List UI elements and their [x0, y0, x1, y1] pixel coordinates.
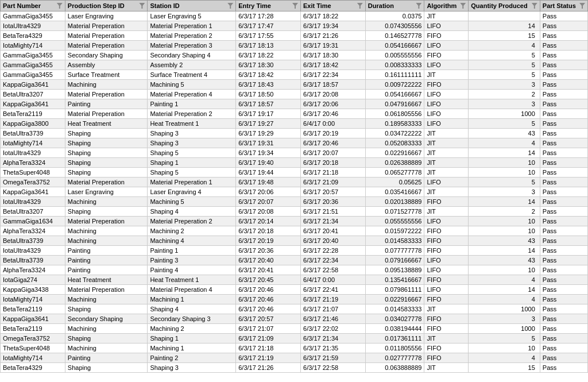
table-row[interactable]: BetaUltra3207Material PreperationMateria… — [1, 90, 588, 99]
table-row[interactable]: IotaMighty714Material PreperationMateria… — [1, 41, 588, 51]
table-row[interactable]: IotaMighty714ShapingShaping 36/3/17 19:3… — [1, 138, 588, 148]
filter-icon[interactable] — [532, 3, 537, 9]
cell-station: Machining 5 — [148, 197, 236, 207]
cell-production-step: Shaping — [65, 363, 148, 373]
cell-exit-time: 6/3/17 20:08 — [301, 90, 366, 99]
table-row[interactable]: KappaGiga3641Secondary ShapingSecondary … — [1, 314, 588, 324]
table-row[interactable]: KappaGiga3800Heat TreatmentHeat Treatmen… — [1, 119, 588, 129]
cell-station: Machining 4 — [148, 236, 236, 246]
cell-quantity: 2 — [469, 90, 540, 99]
filter-icon[interactable] — [292, 3, 298, 9]
cell-duration: 0.022916667 — [365, 295, 424, 304]
table-row[interactable]: OmegaTera3752Material PreperationMateria… — [1, 178, 588, 187]
table-row[interactable]: BetaTera4329Material PreperationMaterial… — [1, 31, 588, 41]
cell-station: Assembly 2 — [148, 60, 236, 70]
table-row[interactable]: KappaGiga3641MachiningMachining 56/3/17 … — [1, 80, 588, 90]
cell-entry-time: 6/3/17 21:09 — [236, 334, 301, 344]
table-row[interactable]: IotaMighty714PaintingPainting 26/3/17 21… — [1, 353, 588, 363]
table-row[interactable]: OmegaTera3752ShapingShaping 16/3/17 21:0… — [1, 334, 588, 344]
table-row[interactable]: IotaGiga274Heat TreatmentHeat Treatment … — [1, 275, 588, 285]
column-header-algorithm[interactable]: Algorithm — [424, 1, 469, 11]
table-row[interactable]: BetaTera2119ShapingShaping 46/3/17 20:46… — [1, 304, 588, 314]
cell-production-step: Machining — [65, 80, 148, 90]
table-row[interactable]: KappaGiga3438Material PreperationMateria… — [1, 285, 588, 295]
table-row[interactable]: BetaUltra3739MachiningMachining 46/3/17 … — [1, 236, 588, 246]
table-row[interactable]: IotaUltra4329Material PreperationMateria… — [1, 21, 588, 31]
cell-algorithm: FIFO — [424, 80, 469, 90]
table-row[interactable]: KappaGiga3641Laser EngravingLaser Engrav… — [1, 187, 588, 197]
cell-status: Pass — [540, 207, 587, 217]
cell-status: Pass — [540, 265, 587, 275]
cell-part-number: BetaUltra3739 — [1, 129, 65, 138]
table-row[interactable]: ThetaSuper4048MachiningMachining 16/3/17… — [1, 344, 588, 353]
cell-quantity: 5 — [469, 119, 540, 129]
filter-icon[interactable] — [357, 3, 363, 9]
table-row[interactable]: IotaMighty714MachiningMachining 16/3/17 … — [1, 295, 588, 304]
cell-quantity: 10 — [469, 158, 540, 168]
cell-production-step: Material Preperation — [65, 21, 148, 31]
table-row[interactable]: BetaUltra3207ShapingShaping 46/3/17 20:0… — [1, 207, 588, 217]
cell-duration: 0.065277778 — [365, 168, 424, 178]
cell-production-step: Shaping — [65, 304, 148, 314]
table-row[interactable]: ThetaSuper4048ShapingShaping 56/3/17 19:… — [1, 168, 588, 178]
cell-entry-time: 6/3/17 18:50 — [236, 90, 301, 99]
table-row[interactable]: GammaGiga1634Material PreperationMateria… — [1, 217, 588, 226]
cell-station: Shaping 5 — [148, 168, 236, 178]
cell-algorithm: FIFO — [424, 353, 469, 363]
table-row[interactable]: GammaGiga3455Secondary ShapingSecondary … — [1, 51, 588, 60]
table-row[interactable]: BetaUltra3739ShapingShaping 36/3/17 19:2… — [1, 129, 588, 138]
table-row[interactable]: KappaGiga3641PaintingPainting 16/3/17 18… — [1, 99, 588, 109]
table-row[interactable]: GammaGiga3455Laser EngravingLaser Engrav… — [1, 11, 588, 21]
column-header-duration[interactable]: Duration — [365, 1, 424, 11]
cell-part-number: IotaMighty714 — [1, 41, 65, 51]
filter-icon[interactable] — [139, 3, 145, 9]
table-row[interactable]: BetaUltra3739PaintingPainting 36/3/17 20… — [1, 256, 588, 265]
filter-icon[interactable] — [57, 3, 63, 9]
column-header-station[interactable]: Station ID — [148, 1, 236, 11]
cell-algorithm: LIFO — [424, 99, 469, 109]
cell-quantity — [469, 11, 540, 21]
filter-icon[interactable] — [460, 3, 466, 9]
table-row[interactable]: IotaUltra4329MachiningMachining 56/3/17 … — [1, 197, 588, 207]
table-row[interactable]: IotaUltra4329ShapingShaping 56/3/17 19:3… — [1, 148, 588, 158]
cell-exit-time: 6/3/17 21:59 — [301, 353, 366, 363]
column-header-entry-time[interactable]: Entry Time — [236, 1, 301, 11]
cell-exit-time: 6/3/17 20:18 — [301, 158, 366, 168]
cell-exit-time: 6/3/17 20:46 — [301, 109, 366, 119]
cell-part-number: BetaUltra3739 — [1, 236, 65, 246]
cell-station: Heat Treatment 1 — [148, 275, 236, 285]
column-header-production-step[interactable]: Production Step ID — [65, 1, 148, 11]
cell-exit-time: 6/3/17 22:41 — [301, 285, 366, 295]
table-row[interactable]: BetaTera2119Material PreperationMaterial… — [1, 109, 588, 119]
cell-entry-time: 6/3/17 20:19 — [236, 236, 301, 246]
table-row[interactable]: BetaTera2119MachiningMachining 26/3/17 2… — [1, 324, 588, 334]
table-row[interactable]: AlphaTera3324PaintingPainting 46/3/17 20… — [1, 265, 588, 275]
cell-part-number: BetaUltra3207 — [1, 207, 65, 217]
table-row[interactable]: IotaUltra4329PaintingPainting 16/3/17 20… — [1, 246, 588, 256]
cell-status: Pass — [540, 109, 587, 119]
cell-station: Painting 3 — [148, 256, 236, 265]
filter-icon[interactable] — [227, 3, 233, 9]
column-header-part-number[interactable]: Part Number — [1, 1, 65, 11]
cell-entry-time: 6/3/17 18:13 — [236, 41, 301, 51]
cell-entry-time: 6/3/17 20:18 — [236, 226, 301, 236]
table-row[interactable]: GammaGiga3455AssemblyAssembly 26/3/17 18… — [1, 60, 588, 70]
table-row[interactable]: AlphaTera3324MachiningMachining 26/3/17 … — [1, 226, 588, 236]
filter-icon[interactable] — [416, 3, 421, 9]
cell-station: Machining 2 — [148, 226, 236, 236]
column-header-exit-time[interactable]: Exit Time — [301, 1, 366, 11]
cell-production-step: Material Preperation — [65, 217, 148, 226]
column-header-status[interactable]: Part Status — [540, 1, 587, 11]
table-row[interactable]: BetaTera4329ShapingShaping 36/3/17 21:26… — [1, 363, 588, 373]
column-header-quantity[interactable]: Quantity Produced — [469, 1, 540, 11]
cell-station: Shaping 1 — [148, 334, 236, 344]
cell-status: Pass — [540, 217, 587, 226]
table-row[interactable]: GammaGiga3455Surface TreatmentSurface Tr… — [1, 70, 588, 80]
table-row[interactable]: AlphaTera3324ShapingShaping 16/3/17 19:4… — [1, 158, 588, 168]
filter-icon[interactable] — [579, 3, 585, 9]
cell-algorithm: FIFO — [424, 324, 469, 334]
cell-exit-time: 6/3/17 20:46 — [301, 138, 366, 148]
cell-exit-time: 6/3/17 20:36 — [301, 197, 366, 207]
cell-duration: 0.014583333 — [365, 236, 424, 246]
cell-exit-time: 6/3/17 19:31 — [301, 41, 366, 51]
